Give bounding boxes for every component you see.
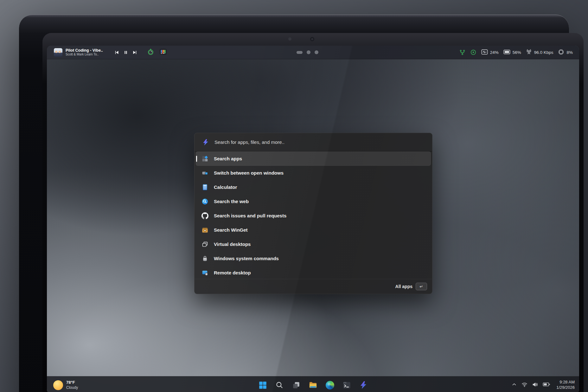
network-value: 96.0 Kbps [534, 50, 553, 55]
file-explorer-icon[interactable] [307, 379, 319, 391]
system-tray: 9:28 AM 1/29/2026 [511, 376, 575, 392]
wifi-icon[interactable] [521, 381, 528, 389]
github-icon [201, 212, 208, 219]
taskbar: 78°F Cloudy [47, 376, 579, 392]
memory-icon [503, 49, 510, 55]
top-status-bar: Pilot Coding - Vibe.. Scott & Mark Learn… [47, 46, 579, 59]
list-item-label: Remote desktop [214, 270, 251, 275]
list-item-winget-search[interactable]: Search WinGet [196, 223, 431, 237]
list-item-remote-desktop[interactable]: Remote desktop [196, 266, 431, 280]
color-grid-icon[interactable] [160, 49, 167, 56]
powertoys-command-palette-icon[interactable] [358, 379, 369, 391]
enter-key-icon[interactable]: ↵ [416, 283, 427, 290]
cpu-value: 8% [566, 50, 573, 55]
pause-icon[interactable] [124, 50, 128, 55]
virtual-desktops-icon [201, 241, 208, 248]
list-item-system-commands[interactable]: Windows system commands [196, 251, 431, 266]
search-input[interactable]: Search for apps, files, and more.. [195, 133, 432, 151]
clock-time: 9:28 AM [559, 380, 575, 385]
media-subtitle: Scott & Mark Learn To.. [66, 53, 106, 56]
git-fork-icon [459, 49, 465, 55]
list-item-virtual-desktops[interactable]: Virtual desktops [196, 237, 431, 251]
search-apps-icon [201, 155, 208, 162]
list-item-label: Search the web [214, 199, 249, 204]
next-track-icon[interactable] [132, 50, 137, 55]
list-item-calculator[interactable]: Calculator [196, 180, 431, 194]
network-antenna-icon [526, 49, 532, 56]
window-dot-indicator [307, 50, 310, 54]
screen: Pilot Coding - Vibe.. Scott & Mark Learn… [47, 46, 579, 392]
list-item-label: Search issues and pull requests [214, 213, 286, 218]
search-placeholder: Search for apps, files, and more.. [214, 139, 284, 145]
record-circle-icon [470, 49, 476, 55]
list-item-search-apps[interactable]: Search apps [196, 151, 431, 166]
list-item-switch-windows[interactable]: Switch between open windows [196, 166, 431, 180]
switch-windows-icon [201, 170, 208, 177]
taskbar-app-icons [257, 376, 369, 392]
memory-value: 56% [513, 50, 521, 55]
terminal-icon[interactable] [341, 379, 352, 391]
activity-value: 24% [490, 50, 499, 55]
palette-footer: All apps ↵ [195, 279, 432, 294]
list-item-label: Calculator [214, 184, 237, 190]
list-item-search-web[interactable]: Search the web [196, 194, 431, 209]
ambient-sensor [288, 37, 291, 41]
previous-track-icon[interactable] [114, 50, 119, 55]
search-icon[interactable] [274, 379, 285, 391]
window-dots [297, 46, 318, 59]
system-stats: 24% 56% [459, 49, 579, 56]
webcam [310, 37, 314, 41]
calculator-icon [201, 184, 208, 191]
winget-icon [201, 227, 208, 234]
selection-indicator [196, 156, 197, 162]
web-search-icon [201, 198, 208, 205]
list-item-label: Windows system commands [214, 256, 279, 261]
task-view-icon[interactable] [291, 379, 302, 391]
weather-widget[interactable]: 78°F Cloudy [53, 376, 78, 392]
window-pill-indicator [297, 51, 303, 54]
edge-browser-icon[interactable] [324, 379, 336, 391]
media-now-playing[interactable]: Pilot Coding - Vibe.. Scott & Mark Learn… [47, 48, 167, 57]
timer-gauge-icon[interactable] [147, 48, 154, 56]
command-palette: Search for apps, files, and more.. Searc… [194, 133, 432, 294]
weather-condition: Cloudy [66, 385, 78, 390]
list-item-label: Switch between open windows [214, 170, 284, 176]
media-title: Pilot Coding - Vibe.. [66, 48, 106, 53]
weather-temperature: 78°F [66, 380, 78, 385]
all-apps-button[interactable]: All apps [395, 284, 412, 289]
result-list: Search apps Switch between open windows [195, 151, 432, 280]
list-item-label: Search WinGet [214, 227, 248, 233]
window-dot-indicator [315, 50, 318, 54]
remote-desktop-icon [201, 269, 208, 276]
command-palette-bolt-icon [202, 139, 209, 146]
system-commands-icon [201, 255, 208, 262]
list-item-github-search[interactable]: Search issues and pull requests [196, 209, 431, 223]
cpu-chip-icon [558, 49, 564, 56]
sun-icon [53, 380, 63, 390]
list-item-label: Search apps [214, 156, 242, 161]
activity-icon [481, 49, 488, 56]
battery-icon[interactable] [543, 382, 550, 389]
chevron-up-icon[interactable] [511, 382, 517, 389]
volume-icon[interactable] [532, 381, 539, 389]
album-art [54, 48, 62, 57]
clock-date: 1/29/2026 [556, 385, 575, 390]
list-item-label: Virtual desktops [214, 241, 251, 247]
laptop-chassis: Pilot Coding - Vibe.. Scott & Mark Learn… [19, 15, 569, 392]
clock[interactable]: 9:28 AM 1/29/2026 [556, 380, 575, 390]
start-button[interactable] [257, 379, 268, 391]
